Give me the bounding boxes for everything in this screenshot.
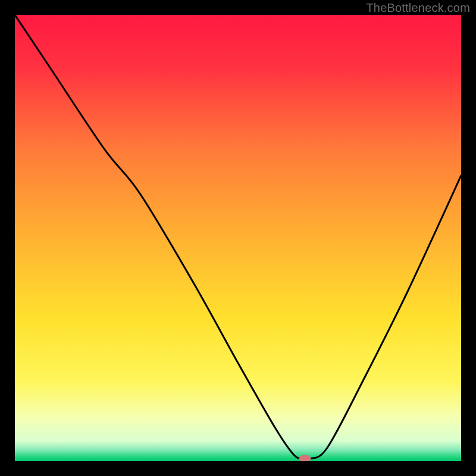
chart-svg [15, 15, 461, 461]
plot-area [15, 15, 461, 461]
watermark-text: TheBottleneck.com [366, 1, 470, 15]
chart-frame: TheBottleneck.com [0, 0, 476, 476]
gradient-background [15, 15, 461, 461]
